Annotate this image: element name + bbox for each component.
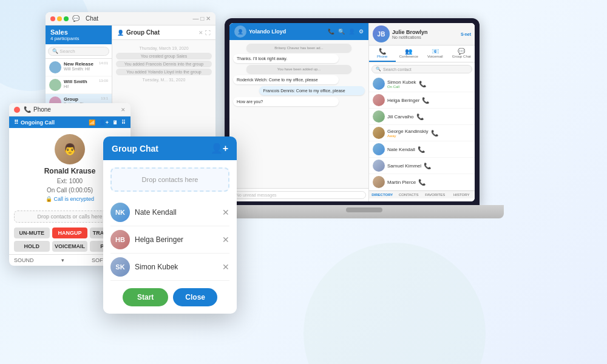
snet-contact-3[interactable]: George Kandinskiy Away 📞: [369, 125, 475, 141]
snet-footer-contacts[interactable]: CONTACTS: [396, 191, 422, 198]
voicemail-button[interactable]: VOICEMAIL: [52, 241, 88, 252]
snet-contact-0[interactable]: Simon Kubek On Call 📞: [369, 76, 475, 92]
maximize-dot[interactable]: [64, 16, 69, 21]
unmute-button[interactable]: UN-MUTE: [14, 228, 50, 238]
snet-contact-name-1: Helga Beringer: [387, 98, 419, 103]
close-button[interactable]: Close: [173, 288, 217, 306]
minimize-dot[interactable]: [57, 16, 62, 21]
conversation-new-release[interactable]: New Release Will Smith: Hi! 14:01: [46, 59, 112, 76]
snet-contact-1[interactable]: Helga Beringer 📞: [369, 92, 475, 109]
conv-time: 14:01: [99, 61, 108, 73]
snet-nav: 📞 Phone 👥 Conference 📧 Voicemail 💬 Group…: [369, 46, 475, 62]
add-participant-icon[interactable]: 👤+: [211, 143, 228, 154]
snet-user-info: Julie Browlyn No notifications: [392, 29, 458, 39]
search-icon: 🔍: [52, 49, 58, 54]
snet-contact-5[interactable]: Samuel Kimmel 📞: [369, 158, 475, 174]
snet-avatar-6: [373, 176, 385, 188]
monitor-icon: 🖥: [112, 120, 118, 126]
groupchat-nav-label: Group Chat: [452, 55, 471, 58]
date-label: Thursday, March 19, 2020: [116, 46, 212, 50]
start-button[interactable]: Start: [123, 288, 168, 306]
conv-name: New Release: [64, 61, 97, 67]
phone-user-ext: Ext: 1000: [57, 178, 83, 184]
conference-nav-icon: 👥: [397, 48, 421, 55]
chat-search-box[interactable]: 🔍 Search: [48, 47, 109, 56]
snet-call-icon-2[interactable]: 📞: [416, 113, 424, 120]
snet-contact-info-3: George Kandinskiy Away: [387, 129, 429, 138]
snet-contact-6[interactable]: Martin Pierce 📞: [369, 174, 475, 190]
phone-controls: ✕: [121, 107, 126, 113]
snet-nav-groupchat[interactable]: 💬 Group Chat: [449, 46, 475, 62]
snet-username: Julie Browlyn: [392, 29, 458, 35]
snet-avatar-2: [373, 110, 385, 123]
laptop-container: 👤 Yolando Lloyd 📞 🔍 👤 ⚙ Britany Chavez h…: [225, 18, 504, 334]
snet-call-icon-6[interactable]: 📞: [418, 179, 426, 186]
close-dot[interactable]: [50, 16, 55, 21]
snet-call-icon-4[interactable]: 📞: [418, 146, 425, 153]
laptop-chat-input[interactable]: No unread messages: [232, 191, 366, 199]
snet-call-icon-5[interactable]: 📞: [424, 163, 431, 169]
phone-user-avatar: 👨: [55, 134, 85, 164]
gc-initials-1: HB: [115, 236, 125, 243]
phone-encrypted-label: 🔒 Call is encrypted: [46, 196, 94, 202]
gc-remove-2[interactable]: ✕: [222, 262, 229, 272]
snet-contact-name-6: Martin Pierce: [387, 180, 416, 185]
person-icon-chat[interactable]: 👤: [348, 29, 355, 35]
snet-contact-name-0: Simon Kubek: [387, 79, 416, 85]
snet-contact-name-3: George Kandinskiy: [387, 129, 429, 134]
phone-close-btn[interactable]: [14, 107, 20, 113]
gc-remove-0[interactable]: ✕: [222, 207, 229, 217]
gc-remove-1[interactable]: ✕: [222, 235, 229, 244]
snet-contact-info-2: Jill Carvalho: [387, 114, 414, 120]
sales-participants: 4 participants: [50, 36, 107, 41]
sound-chevron: ▾: [61, 257, 64, 263]
snet-search-placeholder: Search contact: [383, 67, 412, 72]
hold-button[interactable]: HOLD: [14, 241, 50, 252]
snet-panel: JB Julie Browlyn No notifications S·net …: [368, 23, 475, 201]
window-actions: — □ ✕: [192, 15, 211, 22]
gc-contact-1: HB Helga Beringer ✕: [110, 226, 229, 254]
sales-title: Sales: [50, 29, 107, 36]
snet-contact-list: Simon Kubek On Call 📞 Helga Beringer 📞: [369, 76, 475, 190]
search-icon-chat[interactable]: 🔍: [338, 29, 345, 35]
conv-preview: Will Smith: Hi!: [64, 67, 97, 71]
snet-search[interactable]: 🔍 Search contact: [371, 65, 472, 73]
snet-call-icon-0[interactable]: 📞: [419, 81, 426, 87]
snet-nav-voicemail[interactable]: 📧 Voicemail: [422, 46, 449, 62]
hangup-button[interactable]: HANGUP: [52, 228, 88, 238]
snet-search-icon: 🔍: [376, 67, 381, 72]
settings-icon-chat[interactable]: ⚙: [359, 29, 364, 35]
snet-avatar-0: [373, 78, 385, 90]
snet-call-icon-1[interactable]: 📞: [422, 97, 429, 104]
drop-hint-text: Drop contacts or calls here: [37, 214, 102, 220]
snet-nav-phone[interactable]: 📞 Phone: [369, 46, 396, 62]
conv-info: New Release Will Smith: Hi!: [64, 61, 97, 73]
snet-nav-conference[interactable]: 👥 Conference: [396, 46, 422, 62]
laptop-chat-messages: Britany Chavez has been ad... Thanks. I'…: [229, 40, 368, 188]
snet-contact-name-2: Jill Carvalho: [387, 114, 414, 120]
conv-time-will: 13:00: [99, 79, 108, 91]
signal-icon: 📶: [89, 120, 95, 126]
conversation-will-smith[interactable]: Will Smith Hi! 13:00: [46, 76, 112, 94]
laptop-chat-title: Yolando Lloyd: [249, 29, 286, 35]
snet-contact-4[interactable]: Nate Kendall 📞: [369, 141, 475, 158]
input-placeholder: No unread messages: [236, 193, 277, 197]
dialpad-grid-icon: ⠿: [121, 120, 126, 126]
system-msg-3: You added Yolando Lloyd into the group: [116, 69, 212, 75]
gc-initials-0: NK: [115, 209, 125, 216]
gc-avatar-1: HB: [110, 230, 130, 249]
snet-avatar-3: [373, 127, 385, 139]
snet-avatar-4: [373, 143, 385, 155]
laptop-screen-inner: 👤 Yolando Lloyd 📞 🔍 👤 ⚙ Britany Chavez h…: [229, 23, 475, 201]
sound-label: SOUND: [14, 257, 34, 263]
conference-nav-label: Conference: [399, 55, 418, 58]
laptop-msg-3: Francois Dennis: Come to my office, plea…: [259, 86, 365, 95]
snet-contact-2[interactable]: Jill Carvalho 📞: [369, 109, 475, 125]
snet-footer-favorites[interactable]: FAVORITES: [422, 191, 449, 198]
snet-footer-directory[interactable]: DIRECTORY: [369, 191, 396, 198]
chat-search-area: 🔍 Search: [46, 44, 112, 59]
phone-icon-chat[interactable]: 📞: [328, 29, 334, 35]
person-add-icon: 👤+: [99, 120, 109, 126]
snet-call-icon-3[interactable]: 📞: [431, 130, 438, 136]
snet-footer-history[interactable]: HISTORY: [449, 191, 475, 198]
